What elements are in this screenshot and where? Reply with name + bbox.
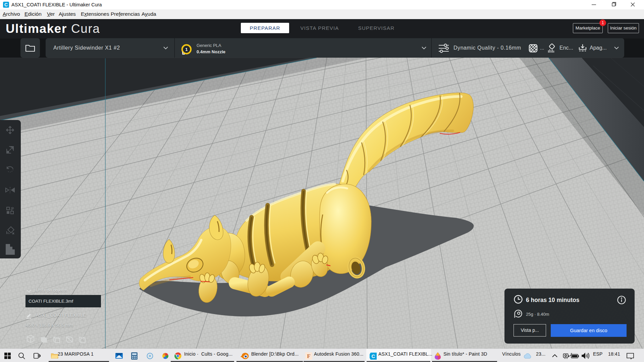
svg-text:1: 1 <box>185 47 188 52</box>
svg-text:F: F <box>307 353 310 359</box>
svg-text:C: C <box>372 353 375 359</box>
